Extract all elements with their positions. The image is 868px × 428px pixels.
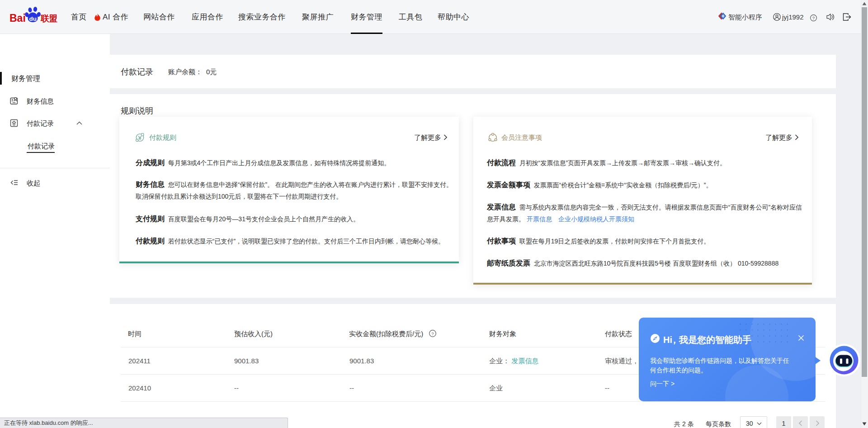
svg-text:?: ?	[812, 15, 815, 20]
svg-text:Bai: Bai	[9, 12, 26, 24]
svg-text:联盟: 联盟	[40, 14, 58, 23]
svg-text:du: du	[29, 15, 37, 22]
svg-text:?: ?	[431, 331, 434, 336]
